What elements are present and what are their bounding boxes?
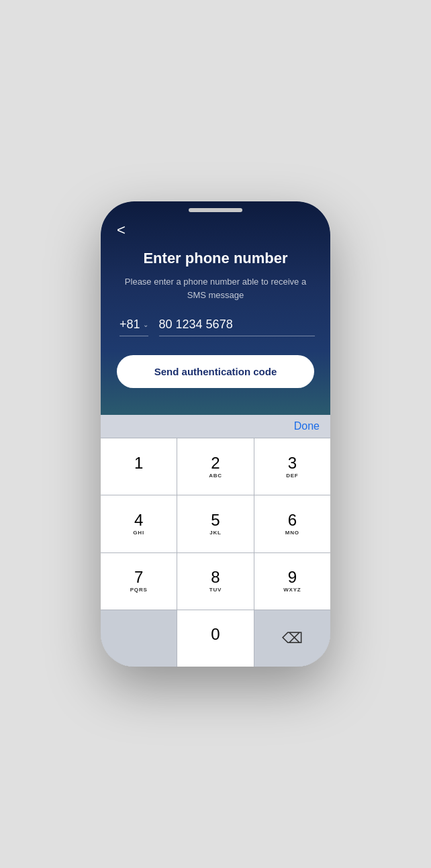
key-1[interactable]: 1	[101, 438, 177, 495]
country-code-selector[interactable]: +81 ⌄	[119, 318, 148, 336]
key-8-number: 8	[211, 569, 220, 585]
page-subtitle: Please enter a phone number able to rece…	[117, 275, 314, 301]
key-4-letters: GHI	[133, 530, 144, 536]
key-2-number: 2	[211, 455, 220, 471]
page-title: Enter phone number	[117, 250, 314, 267]
phone-number-input[interactable]	[159, 318, 315, 336]
keypad: 1 2 ABC 3 DEF 4 GHI 5 JKL	[101, 438, 330, 667]
key-7[interactable]: 7 PQRS	[101, 553, 177, 610]
key-2[interactable]: 2 ABC	[177, 438, 253, 495]
chevron-down-icon: ⌄	[143, 321, 148, 328]
key-6-letters: MNO	[285, 530, 299, 536]
backspace-icon: ⌫	[282, 630, 303, 647]
key-0-number: 0	[211, 626, 220, 642]
key-6-number: 6	[288, 512, 297, 528]
key-empty	[101, 610, 177, 667]
app-top: < Enter phone number Please enter a phon…	[101, 201, 330, 415]
key-0[interactable]: 0	[177, 610, 253, 667]
key-4[interactable]: 4 GHI	[101, 495, 177, 552]
phone-frame: < Enter phone number Please enter a phon…	[101, 201, 330, 667]
key-9[interactable]: 9 WXYZ	[254, 553, 330, 610]
keyboard-area: Done 1 2 ABC 3 DEF 4	[101, 415, 330, 667]
send-authentication-code-button[interactable]: Send authentication code	[117, 355, 314, 388]
done-button[interactable]: Done	[294, 420, 320, 432]
key-1-letters	[138, 473, 140, 479]
key-7-letters: PQRS	[130, 587, 148, 593]
key-3-number: 3	[288, 455, 297, 471]
screen: < Enter phone number Please enter a phon…	[101, 201, 330, 667]
backspace-key[interactable]: ⌫	[254, 610, 330, 667]
key-6[interactable]: 6 MNO	[254, 495, 330, 552]
key-4-number: 4	[134, 512, 143, 528]
keyboard-toolbar: Done	[101, 415, 330, 438]
key-9-number: 9	[288, 569, 297, 585]
back-button[interactable]: <	[117, 222, 126, 239]
phone-notch	[189, 208, 242, 212]
key-8-letters: TUV	[209, 587, 222, 593]
key-2-letters: ABC	[209, 473, 222, 479]
country-code-value: +81	[119, 318, 140, 332]
key-5-number: 5	[211, 512, 220, 528]
phone-input-row: +81 ⌄	[117, 318, 314, 336]
key-9-letters: WXYZ	[283, 587, 301, 593]
key-7-number: 7	[134, 569, 143, 585]
key-1-number: 1	[134, 455, 143, 471]
key-5-letters: JKL	[209, 530, 222, 536]
key-5[interactable]: 5 JKL	[177, 495, 253, 552]
key-0-letters	[214, 644, 216, 650]
key-8[interactable]: 8 TUV	[177, 553, 253, 610]
key-3[interactable]: 3 DEF	[254, 438, 330, 495]
key-3-letters: DEF	[286, 473, 298, 479]
